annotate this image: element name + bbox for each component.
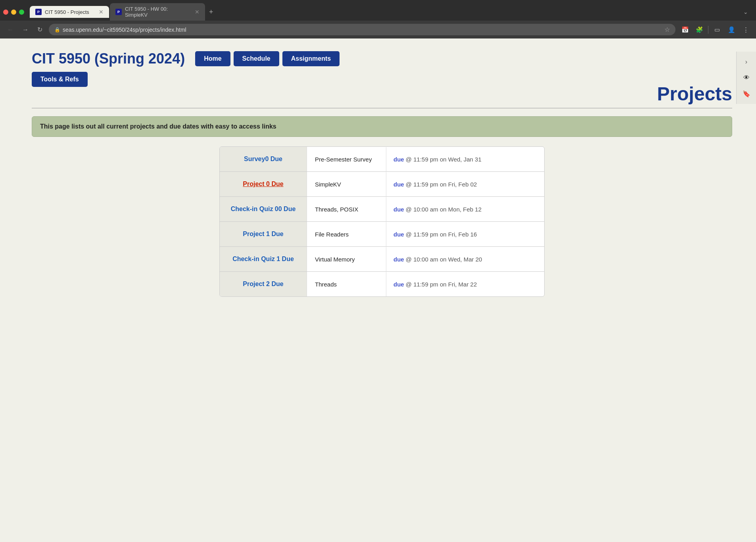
profile-icon[interactable]: 👤 [726,24,737,35]
survey0-link[interactable]: Survey0 Due [244,156,282,162]
table-cell-description: Pre-Semester Survey [307,147,386,171]
project0-due-link[interactable]: due [393,181,404,188]
survey0-due-rest: @ 11:59 pm on Wed, Jan 31 [406,156,482,163]
project0-due-rest: @ 11:59 pm on Fri, Feb 02 [406,181,477,188]
tools-nav-button[interactable]: Tools & Refs [32,72,88,87]
quiz1-description: Virtual Memory [315,256,355,263]
site-title: CIT 5950 (Spring 2024) [32,50,185,67]
project2-due-rest: @ 11:59 pm on Fri, Mar 22 [406,281,477,288]
toolbar-separator [708,26,708,34]
table-cell-label: Project 1 Due [220,222,307,246]
quiz00-due-link[interactable]: due [393,206,404,213]
url-bar[interactable]: 🔒 seas.upenn.edu/~cit5950/24sp/projects/… [49,24,675,35]
bookmark-icon[interactable]: ☆ [664,26,670,33]
table-cell-description: SimpleKV [307,172,386,196]
quiz00-due-rest: @ 10:00 am on Mon, Feb 12 [406,206,482,213]
browser-chrome: P CIT 5950 - Projects ✕ P CIT 5950 - HW … [0,0,756,38]
projects-table: Survey0 Due Pre-Semester Survey due @ 11… [219,146,545,297]
sidebar-toggle-icon[interactable]: ▭ [712,24,723,35]
page-title: Projects [657,83,732,105]
table-cell-due: due @ 11:59 pm on Fri, Feb 16 [386,222,544,246]
table-cell-description: Threads [307,272,386,296]
page-header: CIT 5950 (Spring 2024) Home Schedule Ass… [32,50,732,67]
tab-close-1[interactable]: ✕ [99,9,104,15]
tab-cit5950-projects[interactable]: P CIT 5950 - Projects ✕ [30,6,109,18]
right-sidebar: › 👁 🔖 [736,52,756,104]
table-row: Project 2 Due Threads due @ 11:59 pm on … [220,272,544,296]
project2-due-link[interactable]: due [393,281,404,288]
survey0-description: Pre-Semester Survey [315,156,372,163]
maximize-button[interactable] [19,10,24,15]
calendar-icon[interactable]: 📅 [679,24,691,35]
forward-button[interactable]: → [20,25,31,35]
project2-description: Threads [315,281,337,288]
table-row: Survey0 Due Pre-Semester Survey due @ 11… [220,147,544,172]
project1-due-rest: @ 11:59 pm on Fri, Feb 16 [406,231,477,238]
menu-icon[interactable]: ⋮ [740,24,751,35]
page-title-row: Projects [32,83,732,108]
page-content: CIT 5950 (Spring 2024) Home Schedule Ass… [0,38,756,542]
table-cell-label: Project 0 Due [220,172,307,196]
tab-title-2: CIT 5950 - HW 00: SimpleKV [125,6,192,18]
security-icon: 🔒 [54,27,60,33]
assignments-nav-button[interactable]: Assignments [282,51,340,66]
project1-due-link[interactable]: due [393,231,404,238]
main-layout: CIT 5950 (Spring 2024) Home Schedule Ass… [0,38,756,542]
tab-favicon-1: P [35,9,42,15]
extensions-icon[interactable]: 🧩 [694,24,705,35]
tab-cit5950-hw[interactable]: P CIT 5950 - HW 00: SimpleKV ✕ [110,3,205,21]
new-tab-button[interactable]: + [206,6,217,18]
tab-close-2[interactable]: ✕ [195,9,200,15]
quiz1-due-rest: @ 10:00 am on Wed, Mar 20 [406,256,482,263]
table-cell-description: File Readers [307,222,386,246]
table-cell-label: Check-in Quiz 00 Due [220,197,307,221]
close-button[interactable] [3,10,8,15]
table-cell-due: due @ 11:59 pm on Wed, Jan 31 [386,147,544,171]
project0-description: SimpleKV [315,181,341,188]
main-nav: Home Schedule Assignments [195,51,340,66]
minimize-button[interactable] [11,10,16,15]
project1-description: File Readers [315,231,349,238]
table-cell-label: Survey0 Due [220,147,307,171]
schedule-nav-button[interactable]: Schedule [234,51,279,66]
info-text: This page lists out all current projects… [40,123,724,130]
table-cell-due: due @ 11:59 pm on Fri, Feb 02 [386,172,544,196]
bookmark-sidebar-icon[interactable]: 🔖 [739,86,754,101]
table-row: Check-in Quiz 00 Due Threads, POSIX due … [220,197,544,222]
table-cell-label: Project 2 Due [220,272,307,296]
project1-link[interactable]: Project 1 Due [243,231,283,237]
project0-link[interactable]: Project 0 Due [243,181,283,187]
tab-bar: P CIT 5950 - Projects ✕ P CIT 5950 - HW … [0,0,756,21]
traffic-lights [3,7,24,17]
home-nav-button[interactable]: Home [195,51,230,66]
address-bar: ← → ↻ 🔒 seas.upenn.edu/~cit5950/24sp/pro… [0,21,756,38]
quiz00-link[interactable]: Check-in Quiz 00 Due [231,206,296,212]
tab-favicon-2: P [115,9,122,15]
back-button[interactable]: ← [5,25,16,35]
table-cell-due: due @ 11:59 pm on Fri, Mar 22 [386,272,544,296]
project2-link[interactable]: Project 2 Due [243,281,283,287]
info-box: This page lists out all current projects… [32,116,732,137]
survey0-due-link[interactable]: due [393,156,404,163]
collapse-sidebar-icon[interactable]: › [739,55,754,69]
url-text: seas.upenn.edu/~cit5950/24sp/projects/in… [63,27,186,33]
table-cell-description: Virtual Memory [307,247,386,271]
browser-expand-icon[interactable]: ⌄ [740,7,753,17]
tab-title-1: CIT 5950 - Projects [45,9,89,15]
quiz1-due-link[interactable]: due [393,256,404,263]
table-row: Project 1 Due File Readers due @ 11:59 p… [220,222,544,247]
table-cell-description: Threads, POSIX [307,197,386,221]
table-cell-due: due @ 10:00 am on Wed, Mar 20 [386,247,544,271]
table-cell-label: Check-in Quiz 1 Due [220,247,307,271]
table-cell-due: due @ 10:00 am on Mon, Feb 12 [386,197,544,221]
quiz1-link[interactable]: Check-in Quiz 1 Due [232,256,294,262]
refresh-button[interactable]: ↻ [35,24,45,35]
quiz00-description: Threads, POSIX [315,206,358,213]
eye-icon[interactable]: 👁 [739,71,754,85]
table-row: Check-in Quiz 1 Due Virtual Memory due @… [220,247,544,272]
toolbar-icons: 📅 🧩 ▭ 👤 ⋮ [679,24,751,35]
table-row: Project 0 Due SimpleKV due @ 11:59 pm on… [220,172,544,197]
